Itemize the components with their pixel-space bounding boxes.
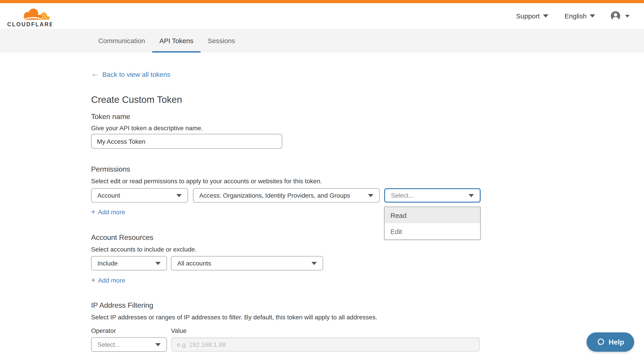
- permissions-description: Select edit or read permissions to apply…: [91, 177, 322, 185]
- account-resources-heading: Account Resources: [91, 234, 153, 242]
- add-more-label: Add more: [98, 208, 125, 216]
- permission-level-select[interactable]: Select...: [384, 188, 481, 203]
- operator-label: Operator: [91, 327, 116, 334]
- chat-bubble-icon: [596, 338, 605, 346]
- add-more-label: Add more: [98, 277, 125, 284]
- profile-tabs: Communication API Tokens Sessions: [0, 29, 644, 53]
- account-menu[interactable]: [610, 3, 630, 29]
- permission-resource-select[interactable]: Access: Organizations, Identity Provider…: [193, 188, 380, 203]
- token-name-heading: Token name: [91, 113, 130, 121]
- menu-option-edit[interactable]: Edit: [384, 223, 480, 239]
- help-label: Help: [608, 338, 624, 346]
- cloudflare-logo[interactable]: CLOUDFLARE: [7, 7, 52, 28]
- chevron-down-icon: [543, 14, 548, 18]
- chevron-down-icon: [590, 14, 595, 18]
- chevron-down-icon: [625, 15, 630, 17]
- chevron-down-icon: [155, 262, 161, 265]
- token-name-input[interactable]: [91, 134, 282, 149]
- permission-resource-value: Access: Organizations, Identity Provider…: [199, 192, 350, 199]
- resource-accounts-select[interactable]: All accounts: [171, 256, 323, 270]
- permission-scope-value: Account: [98, 192, 120, 199]
- chevron-down-icon: [155, 343, 161, 346]
- back-link-label: Back to view all tokens: [102, 70, 170, 78]
- menu-option-read[interactable]: Read: [384, 207, 480, 223]
- ip-operator-placeholder: Select...: [98, 341, 120, 348]
- resource-mode-value: Include: [98, 260, 118, 267]
- tab-sessions[interactable]: Sessions: [200, 29, 242, 53]
- back-arrow-icon: ←: [91, 70, 99, 79]
- language-label: English: [564, 12, 586, 20]
- permission-level-menu: Read Edit: [384, 207, 481, 240]
- ip-filtering-heading: IP Address Filtering: [91, 301, 153, 309]
- permission-scope-select[interactable]: Account: [91, 188, 188, 203]
- permissions-heading: Permissions: [91, 165, 130, 173]
- chevron-down-icon: [468, 194, 474, 197]
- permissions-add-more-link[interactable]: + Add more: [91, 208, 125, 216]
- resource-mode-select[interactable]: Include: [91, 256, 167, 270]
- chevron-down-icon: [176, 194, 182, 197]
- resource-accounts-value: All accounts: [177, 260, 211, 267]
- page-title: Create Custom Token: [91, 94, 182, 105]
- brand-accent-bar: [0, 0, 644, 3]
- ip-filtering-description: Select IP addresses or ranges of IP addr…: [91, 313, 377, 321]
- account-resources-description: Select accounts to include or exclude.: [91, 246, 196, 253]
- ip-value-input[interactable]: [171, 337, 480, 352]
- support-label: Support: [516, 12, 540, 20]
- chevron-down-icon: [368, 194, 374, 197]
- tab-communication[interactable]: Communication: [91, 29, 152, 53]
- user-avatar-icon: [610, 11, 621, 21]
- tab-api-tokens[interactable]: API Tokens: [152, 29, 200, 53]
- permission-level-placeholder: Select...: [391, 192, 414, 199]
- value-label: Value: [171, 327, 187, 334]
- account-resources-add-more-link[interactable]: + Add more: [91, 277, 125, 284]
- back-to-tokens-link[interactable]: ← Back to view all tokens: [91, 70, 170, 79]
- plus-icon: +: [91, 208, 95, 216]
- token-name-description: Give your API token a descriptive name.: [91, 124, 203, 132]
- help-button[interactable]: Help: [586, 332, 634, 352]
- support-menu[interactable]: Support: [516, 3, 548, 29]
- chevron-down-icon: [312, 262, 317, 265]
- logo-text: CLOUDFLARE: [7, 21, 52, 28]
- plus-icon: +: [91, 277, 95, 284]
- ip-operator-select[interactable]: Select...: [91, 337, 167, 352]
- header: CLOUDFLARE Support English: [0, 3, 644, 29]
- language-menu[interactable]: English: [564, 3, 595, 29]
